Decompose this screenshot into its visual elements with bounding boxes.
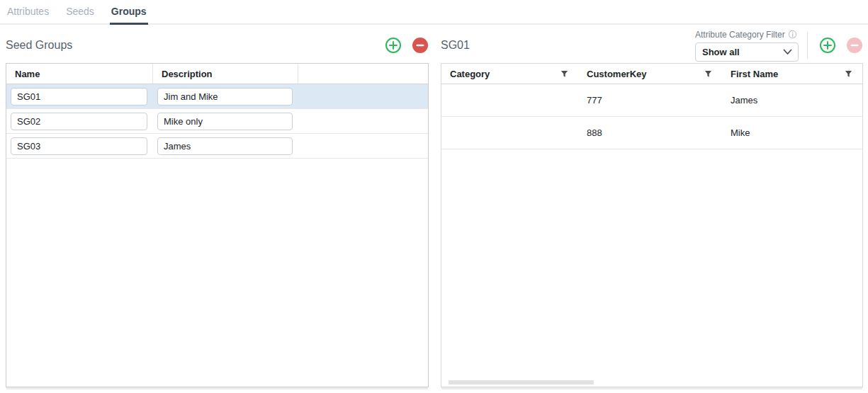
column-label: CustomerKey xyxy=(587,69,647,79)
remove-seed-group-button[interactable] xyxy=(412,37,429,54)
firstname-cell: James xyxy=(722,95,862,106)
firstname-cell: Mike xyxy=(722,127,862,138)
plus-circle-icon xyxy=(819,45,836,56)
tab-attributes[interactable]: Attributes xyxy=(6,4,50,23)
filter-funnel-icon[interactable] xyxy=(560,70,568,78)
info-icon[interactable]: ⓘ xyxy=(789,30,797,39)
attribute-category-filter-label: Attribute Category Filter ⓘ xyxy=(695,30,797,40)
add-seed-group-button[interactable] xyxy=(385,37,402,54)
seed-group-detail-panel: SG01 Attribute Category Filter ⓘ Show al… xyxy=(441,25,863,387)
filter-label-text: Attribute Category Filter xyxy=(695,30,785,40)
column-label: Category xyxy=(450,69,490,79)
description-cell xyxy=(153,113,298,130)
column-header-firstname: First Name xyxy=(722,64,862,84)
detail-header: SG01 Attribute Category Filter ⓘ Show al… xyxy=(441,28,863,63)
tab-seeds[interactable]: Seeds xyxy=(64,4,96,23)
name-input[interactable] xyxy=(11,88,147,106)
description-input[interactable] xyxy=(157,113,293,130)
panel-title: Seed Groups xyxy=(6,39,72,52)
table-row[interactable] xyxy=(6,109,428,134)
horizontal-scrollbar[interactable] xyxy=(441,378,862,387)
table-row[interactable] xyxy=(6,84,428,109)
description-input[interactable] xyxy=(157,137,293,155)
app-window: Attributes Seeds Groups Seed Groups xyxy=(0,0,868,393)
description-cell xyxy=(153,137,298,155)
seed-groups-header: Seed Groups xyxy=(6,28,429,63)
column-header-category: Category xyxy=(441,64,578,84)
attribute-category-filter: Attribute Category Filter ⓘ Show all xyxy=(695,30,799,62)
minus-circle-disabled-icon xyxy=(846,45,863,56)
header-divider xyxy=(807,32,808,59)
seed-groups-panel: Seed Groups xyxy=(6,25,429,387)
scrollbar-thumb[interactable] xyxy=(449,380,594,385)
selected-group-title: SG01 xyxy=(441,39,470,52)
name-cell xyxy=(6,113,153,130)
table-row[interactable]: 888 Mike xyxy=(441,117,862,149)
remove-member-button[interactable] xyxy=(846,37,863,54)
tab-bar: Attributes Seeds Groups xyxy=(0,0,868,25)
attribute-category-filter-select[interactable]: Show all xyxy=(695,42,799,62)
customerkey-cell: 777 xyxy=(578,95,722,106)
table-row[interactable]: 777 James xyxy=(441,84,862,117)
content-panels: Seed Groups xyxy=(0,25,868,387)
customerkey-cell: 888 xyxy=(578,127,722,138)
name-input[interactable] xyxy=(11,113,147,130)
column-header-extra xyxy=(298,64,428,84)
tab-groups[interactable]: Groups xyxy=(110,4,148,25)
seed-groups-table: Name Description xyxy=(6,63,429,387)
column-header-name: Name xyxy=(6,64,153,84)
column-label: First Name xyxy=(731,69,778,79)
minus-circle-icon xyxy=(412,45,429,56)
group-members-table: Category CustomerKey First Name xyxy=(441,63,863,387)
name-cell xyxy=(6,137,153,155)
column-header-description: Description xyxy=(153,64,298,84)
filter-funnel-icon[interactable] xyxy=(845,70,852,78)
column-header-customerkey: CustomerKey xyxy=(578,64,722,84)
plus-circle-icon xyxy=(385,45,402,56)
filter-funnel-icon[interactable] xyxy=(704,70,712,78)
add-member-button[interactable] xyxy=(819,37,836,54)
chevron-down-icon xyxy=(783,45,792,58)
table-header: Name Description xyxy=(6,64,428,84)
name-input[interactable] xyxy=(11,137,147,155)
description-cell xyxy=(153,88,298,106)
description-input[interactable] xyxy=(157,88,293,106)
table-row[interactable] xyxy=(6,134,428,159)
name-cell xyxy=(6,88,153,106)
table-header: Category CustomerKey First Name xyxy=(441,64,862,84)
select-value: Show all xyxy=(702,47,783,57)
